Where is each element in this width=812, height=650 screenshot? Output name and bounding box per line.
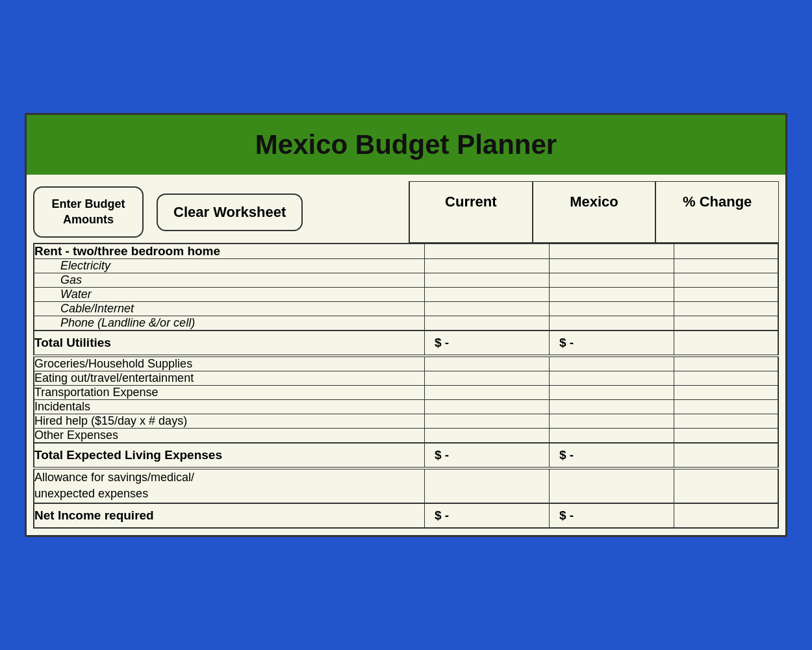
row-label: Cable/Internet xyxy=(34,302,425,316)
table-row: Total Utilities$ -$ - xyxy=(34,331,778,356)
mexico-value[interactable] xyxy=(549,316,674,331)
row-label: Incidentals xyxy=(34,400,425,414)
pct-change-value[interactable] xyxy=(674,443,778,468)
pct-change-value[interactable] xyxy=(674,273,778,288)
table-row: Water xyxy=(34,288,778,302)
row-label: Phone (Landline &/or cell) xyxy=(34,316,425,331)
pct-change-value[interactable] xyxy=(674,468,778,503)
current-value[interactable] xyxy=(425,468,550,503)
table-row: Hired help ($15/day x # days) xyxy=(34,414,778,429)
row-label: Eating out/travel/entertainment xyxy=(34,371,425,386)
table-row: Transportation Expense xyxy=(34,386,778,400)
page-title: Mexico Budget Planner xyxy=(33,129,779,160)
table-row: Groceries/Household Supplies xyxy=(34,356,778,371)
enter-budget-button[interactable]: Enter BudgetAmounts xyxy=(33,186,144,238)
row-label: Electricity xyxy=(34,259,425,273)
clear-worksheet-button[interactable]: Clear Worksheet xyxy=(157,194,303,231)
mexico-value[interactable] xyxy=(549,414,674,429)
mexico-value[interactable] xyxy=(549,244,674,259)
inner-container: Mexico Budget Planner Enter BudgetAmount… xyxy=(25,113,787,536)
pct-change-value[interactable] xyxy=(674,503,778,528)
table-row: Eating out/travel/entertainment xyxy=(34,371,778,386)
buttons-area: Enter BudgetAmounts Clear Worksheet xyxy=(33,181,410,243)
current-value[interactable] xyxy=(425,316,550,331)
mexico-value[interactable] xyxy=(549,371,674,386)
current-value[interactable] xyxy=(425,386,550,400)
mexico-value[interactable] xyxy=(549,273,674,288)
current-value[interactable] xyxy=(425,259,550,273)
content: Enter BudgetAmounts Clear Worksheet Curr… xyxy=(27,175,785,534)
table-row: Total Expected Living Expenses$ -$ - xyxy=(34,443,778,468)
current-col-header: Current xyxy=(410,181,533,243)
current-value[interactable]: $ - xyxy=(425,443,550,468)
table-row: Other Expenses xyxy=(34,429,778,444)
mexico-value[interactable] xyxy=(549,288,674,302)
mexico-value[interactable] xyxy=(549,468,674,503)
pct-change-value[interactable] xyxy=(674,386,778,400)
mexico-value[interactable] xyxy=(549,302,674,316)
mexico-value[interactable]: $ - xyxy=(549,503,674,528)
pct-change-value[interactable] xyxy=(674,400,778,414)
outer-border: Mexico Budget Planner Enter BudgetAmount… xyxy=(13,101,799,548)
current-value[interactable] xyxy=(425,429,550,444)
pct-change-value[interactable] xyxy=(674,316,778,331)
pct-change-value[interactable] xyxy=(674,414,778,429)
mexico-value[interactable]: $ - xyxy=(549,331,674,356)
header: Mexico Budget Planner xyxy=(27,115,785,175)
current-value[interactable] xyxy=(425,414,550,429)
pct-change-value[interactable] xyxy=(674,288,778,302)
current-value[interactable] xyxy=(425,244,550,259)
pct-change-value[interactable] xyxy=(674,244,778,259)
mexico-value[interactable] xyxy=(549,429,674,444)
budget-table: Rent - two/three bedroom homeElectricity… xyxy=(33,243,779,528)
row-label: Water xyxy=(34,288,425,302)
pct-change-value[interactable] xyxy=(674,429,778,444)
row-label: Total Utilities xyxy=(34,331,425,356)
current-value[interactable] xyxy=(425,288,550,302)
mexico-value[interactable] xyxy=(549,400,674,414)
column-headers: Current Mexico % Change xyxy=(410,181,779,243)
table-row: Phone (Landline &/or cell) xyxy=(34,316,778,331)
mexico-value[interactable]: $ - xyxy=(549,443,674,468)
pct-change-value[interactable] xyxy=(674,371,778,386)
table-row: Gas xyxy=(34,273,778,288)
row-label: Gas xyxy=(34,273,425,288)
table-row: Incidentals xyxy=(34,400,778,414)
current-value[interactable]: $ - xyxy=(425,503,550,528)
table-row: Electricity xyxy=(34,259,778,273)
row-label: Net Income required xyxy=(34,503,425,528)
pct-change-value[interactable] xyxy=(674,331,778,356)
mexico-value[interactable] xyxy=(549,356,674,371)
current-value[interactable] xyxy=(425,273,550,288)
row-label: Rent - two/three bedroom home xyxy=(34,244,425,259)
row-label: Transportation Expense xyxy=(34,386,425,400)
row-label: Other Expenses xyxy=(34,429,425,444)
row-label: Groceries/Household Supplies xyxy=(34,356,425,371)
row-label: Allowance for savings/medical/unexpected… xyxy=(34,468,425,503)
mexico-value[interactable] xyxy=(549,259,674,273)
pct-change-value[interactable] xyxy=(674,302,778,316)
row-label: Total Expected Living Expenses xyxy=(34,443,425,468)
pct-change-value[interactable] xyxy=(674,356,778,371)
table-row: Cable/Internet xyxy=(34,302,778,316)
mexico-col-header: Mexico xyxy=(533,181,656,243)
pct-change-value[interactable] xyxy=(674,259,778,273)
table-row: Allowance for savings/medical/unexpected… xyxy=(34,468,778,503)
current-value[interactable] xyxy=(425,371,550,386)
current-value[interactable] xyxy=(425,400,550,414)
current-value[interactable] xyxy=(425,356,550,371)
mexico-value[interactable] xyxy=(549,386,674,400)
pct-change-col-header: % Change xyxy=(655,181,779,243)
current-value[interactable] xyxy=(425,302,550,316)
table-row: Net Income required$ -$ - xyxy=(34,503,778,528)
row-label: Hired help ($15/day x # days) xyxy=(34,414,425,429)
table-row: Rent - two/three bedroom home xyxy=(34,244,778,259)
current-value[interactable]: $ - xyxy=(425,331,550,356)
